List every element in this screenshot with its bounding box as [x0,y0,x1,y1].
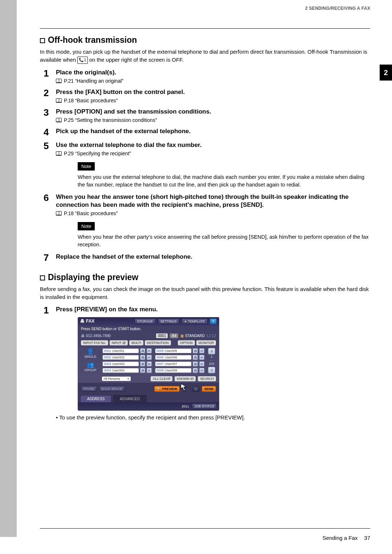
footer: Sending a Fax 37 [0,535,370,541]
fax-panel-screenshot: 🖷FAX STORAGE SETTINGS ★TEMPLATE ? Press … [78,317,219,411]
tab-monitor[interactable]: MONITOR [196,340,216,345]
mail-icon[interactable]: ✉ [199,348,204,353]
mail-icon[interactable]: ✉ [147,368,152,373]
fax-icon[interactable]: 🖷 [140,355,145,360]
entry-id: 0002 [104,356,111,359]
entry-id: 0007 [156,362,164,366]
template-button[interactable]: ★TEMPLATE [181,319,208,324]
crossref: P.18 “Basic procedures” [56,210,370,216]
status-date: 2011 [182,405,189,408]
star-icon: ★ [184,320,187,323]
tab-input-at[interactable]: INPUT @ [110,340,128,345]
address-entry[interactable]: 0002User002🖷✉ [102,354,152,360]
fax-icon[interactable]: 🖷 [193,348,198,353]
tab-address[interactable]: ADDRESS [80,395,111,402]
storage-button[interactable]: STORAGE [135,319,156,324]
handset-line1-icon: 📞1 [77,57,87,64]
step-number: 5 [44,141,56,151]
section-preview-title-text: Displaying the preview [48,272,138,282]
fax-icon[interactable]: 🖷 [193,355,198,360]
persons-dropdown[interactable]: All Persons [102,377,131,381]
fax-titlebar: 🖷FAX STORAGE SETTINGS ★TEMPLATE ? [78,317,219,325]
page-current: 1 [211,355,212,358]
fax-title: 🖷FAX [80,319,94,324]
address-entry[interactable]: 0007User007🖷✉ [155,361,205,367]
address-entry[interactable]: 0003User003🖷✉ [102,361,152,367]
mail-icon[interactable]: ✉ [147,348,152,353]
pause-button[interactable]: PAUSE [81,386,97,392]
mail-icon[interactable]: ✉ [199,355,204,360]
mail-icon[interactable]: ✉ [147,361,152,366]
mode-group[interactable]: 👥GROUP [84,361,96,372]
step-number: 2 [44,88,56,98]
mode-single[interactable]: 👤SINGLE [84,348,96,358]
page-indicator: 1—375 [209,355,214,366]
mail-icon[interactable]: ✉ [199,361,204,366]
fax-icon[interactable]: 🖷 [193,368,198,373]
entry-id: 0004 [104,369,111,372]
address-entry[interactable]: 0004User004🖷✉ [102,368,152,373]
crossref-text: P.21 “Handling an original” [64,78,123,84]
mode-group-label: GROUP [84,368,96,372]
tab-advanced[interactable]: ADVANCED [113,395,147,402]
fax-address-body: 👤SINGLE 👥GROUP 0001User001🖷✉ 0005User005… [78,346,219,375]
step-number: 4 [44,127,56,137]
mail-icon[interactable]: ✉ [147,355,152,360]
svg-marker-0 [181,384,186,391]
book-icon [56,118,62,122]
address-entry[interactable]: 0008User008🖷✉ [155,368,205,373]
magnifier-icon: 🔍 [157,387,161,391]
fax-icon[interactable]: 🖷 [140,361,145,366]
backspace-button[interactable]: BACK SPACE [99,386,125,392]
step-title: Replace the handset of the external tele… [56,253,370,261]
step-number: 1 [44,305,56,315]
filter-row: All Persons ALL CLEAR KNOWN ID SEARCH [78,375,219,383]
preview-steps: 1 Press [PREVIEW] on the fax menu. 🖷FAX … [44,305,370,420]
address-entry[interactable]: 0001User001🖷✉ [102,348,152,354]
step-7: 7 Replace the handset of the external te… [44,253,370,262]
tab-multi[interactable]: MULTI [129,340,143,345]
send-button[interactable]: SEND [202,386,216,392]
step-title: Press the [FAX] button on the control pa… [56,88,370,96]
address-entry[interactable]: 0006User006🖷✉ [155,354,205,360]
diamond-button[interactable]: ◇ [192,386,200,392]
step-number: 3 [44,108,56,117]
mail-icon[interactable]: ✉ [199,368,204,373]
tab-input-fax-no[interactable]: INPUT FAX No. [81,340,108,345]
step-number: 7 [44,253,56,262]
fax-icon[interactable]: 🖷 [193,361,198,366]
offhook-steps: 1 Place the original(s). P.21 “Handling … [44,69,370,263]
book-icon [56,79,62,83]
all-clear-button[interactable]: ALL CLEAR [151,376,172,381]
footer-rule [40,528,370,529]
section-offhook-intro: In this mode, you can pick up the handse… [40,48,370,64]
top-rule [40,28,370,29]
line-indicator: L1 L2 [207,334,216,338]
note-chip: Note [78,162,95,171]
intro-part-b: on the upper right of the screen is OFF. [89,57,184,63]
entry-id: 0003 [104,362,111,366]
scroll-down-button[interactable]: ∨ [208,367,215,373]
book-icon [56,211,62,216]
preview-button-label: PREVIEW [162,387,177,391]
scroll-up-button[interactable]: ∧ [208,348,215,354]
tab-option[interactable]: OPTION [178,340,195,345]
known-id-button[interactable]: KNOWN ID [175,376,196,381]
fax-info-row: 🖷012-3456-7890 0001 A4 ▦STANDARD L1 L2 [78,332,219,339]
tab-destination[interactable]: DESTINATION [145,340,171,345]
entry-id: 0008 [156,369,164,372]
page-total: 375 [209,362,214,366]
step-4: 4 Pick up the handset of the external te… [44,127,370,137]
search-button[interactable]: SEARCH [198,376,216,381]
fax-icon[interactable]: 🖷 [140,368,145,373]
preview-button[interactable]: 🔍PREVIEW [154,386,180,392]
help-button[interactable]: ? [210,319,217,324]
entry-name: User007 [165,362,177,366]
scroll-column: ∧ 1—375 ∨ [207,348,216,373]
paper-chip: A4 [170,333,178,338]
crossref-text: P.25 “Setting the transmission condition… [64,117,157,123]
settings-button[interactable]: SETTINGS [158,319,179,324]
job-status-button[interactable]: JOB STATUS [192,403,217,409]
address-entry[interactable]: 0005User005🖷✉ [155,348,205,354]
fax-icon[interactable]: 🖷 [140,348,145,353]
